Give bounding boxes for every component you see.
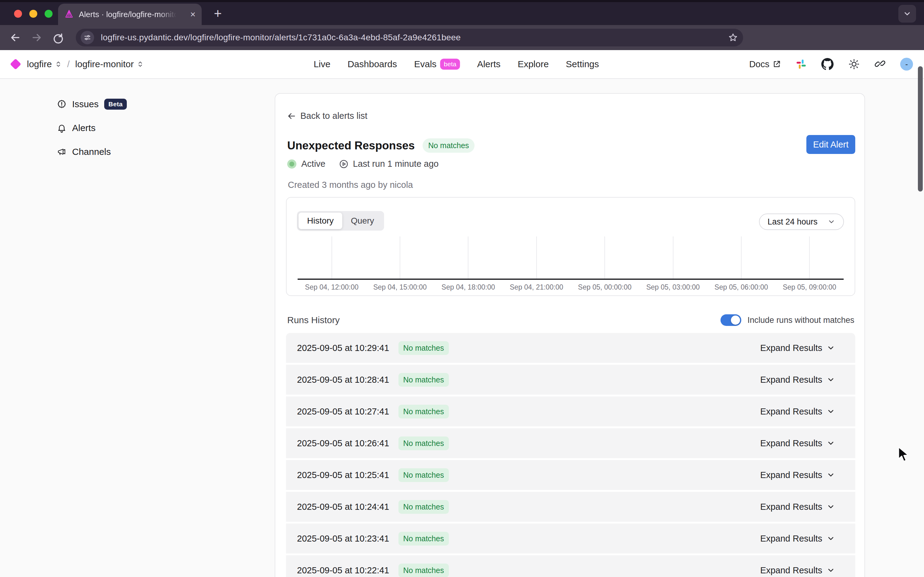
tab-history[interactable]: History [298, 213, 342, 229]
run-row[interactable]: 2025-09-05 at 10:28:41 No matches Expand… [286, 365, 855, 395]
chart-gridline [468, 237, 468, 279]
user-avatar[interactable]: - [900, 58, 913, 71]
nav-evals[interactable]: Evals beta [414, 59, 460, 69]
tab-title: Alerts · logfire/logfire-monitor [79, 10, 177, 19]
external-link-icon [772, 60, 781, 68]
sidebar-item-alerts[interactable]: Alerts [57, 121, 127, 135]
run-row[interactable]: 2025-09-05 at 10:27:41 No matches Expand… [286, 396, 855, 426]
run-row[interactable]: 2025-09-05 at 10:22:41 No matches Expand… [286, 555, 855, 577]
chart-column [639, 237, 707, 279]
chevron-down-icon [827, 343, 835, 352]
nav-settings[interactable]: Settings [566, 59, 599, 69]
nav-dashboards[interactable]: Dashboards [347, 59, 397, 69]
chart-column [707, 237, 775, 279]
megaphone-icon [57, 147, 67, 157]
chart-column [502, 237, 571, 279]
page-content: Issues Beta Alerts Channels Back to aler… [0, 79, 924, 577]
last-run: Last run 1 minute ago [339, 159, 439, 169]
run-row[interactable]: 2025-09-05 at 10:25:41 No matches Expand… [286, 460, 855, 490]
mouse-cursor [898, 446, 912, 463]
expand-results-button[interactable]: Expand Results [760, 406, 835, 417]
chart-column [571, 237, 639, 279]
chevron-down-icon [827, 376, 835, 384]
chart-gridline [605, 237, 605, 279]
chart-tick-label: Sep 05, 00:00:00 [571, 283, 639, 292]
tab-search-chevron-icon[interactable] [898, 5, 916, 23]
history-panel: History Query Last 24 hours [286, 197, 855, 296]
share-link-icon[interactable] [874, 59, 885, 69]
include-runs-toggle[interactable] [721, 314, 741, 326]
docs-link[interactable]: Docs [749, 59, 781, 69]
theme-sun-icon[interactable] [848, 58, 860, 70]
slack-icon[interactable] [796, 59, 807, 69]
runs-list: 2025-09-05 at 10:29:41 No matches Expand… [286, 333, 855, 577]
expand-results-button[interactable]: Expand Results [760, 502, 835, 512]
expand-results-button[interactable]: Expand Results [760, 343, 835, 353]
chevron-down-icon [827, 503, 835, 511]
chevron-down-icon [827, 534, 835, 543]
github-icon[interactable] [821, 58, 834, 70]
no-matches-badge: No matches [422, 139, 474, 153]
nav-alerts[interactable]: Alerts [477, 59, 500, 69]
chart-column [298, 237, 366, 279]
chart-gridline [536, 237, 537, 279]
logfire-logo-icon [10, 59, 21, 70]
page-scrollbar-thumb[interactable] [918, 66, 923, 192]
no-matches-badge: No matches [398, 564, 449, 577]
expand-results-button[interactable]: Expand Results [760, 470, 835, 480]
new-tab-button[interactable]: + [214, 7, 222, 20]
expand-results-button[interactable]: Expand Results [760, 566, 835, 575]
tab-close-icon[interactable]: × [190, 10, 195, 19]
nav-explore[interactable]: Explore [518, 59, 549, 69]
run-row[interactable]: 2025-09-05 at 10:29:41 No matches Expand… [286, 333, 855, 363]
reload-icon[interactable] [52, 31, 64, 44]
site-settings-icon[interactable] [81, 31, 94, 44]
bell-icon [57, 123, 67, 133]
run-row[interactable]: 2025-09-05 at 10:26:41 No matches Expand… [286, 428, 855, 458]
favicon-logfire-icon [64, 10, 74, 19]
tab-query[interactable]: Query [342, 213, 382, 229]
play-circle-icon [339, 159, 348, 169]
browser-tab[interactable]: Alerts · logfire/logfire-monitor × [58, 4, 202, 25]
expand-results-button[interactable]: Expand Results [760, 438, 835, 448]
org-selector[interactable]: logfire [27, 59, 62, 69]
chevron-down-icon [827, 566, 835, 575]
expand-results-button[interactable]: Expand Results [760, 375, 835, 385]
back-to-alerts-link[interactable]: Back to alerts list [287, 111, 367, 121]
alert-name: Unexpected Responses [287, 139, 414, 152]
history-chart [298, 237, 843, 279]
edit-alert-button[interactable]: Edit Alert [806, 135, 855, 154]
time-range-select[interactable]: Last 24 hours [759, 213, 844, 230]
project-selector[interactable]: logfire-monitor [75, 59, 144, 69]
zoom-window-button[interactable] [45, 10, 53, 18]
minimize-window-button[interactable] [29, 10, 37, 18]
url-bar[interactable]: logfire-us.pydantic.dev/logfire/logfire-… [76, 29, 743, 47]
chart-gridline [332, 237, 332, 279]
toggle-knob [731, 316, 740, 325]
status-label: Active [301, 159, 326, 169]
chevron-down-icon [827, 471, 835, 479]
sidebar-item-issues[interactable]: Issues Beta [57, 97, 127, 111]
close-window-button[interactable] [14, 10, 22, 18]
chart-tick-label: Sep 05, 09:00:00 [776, 283, 843, 292]
arrow-left-icon [287, 111, 296, 121]
nav-live[interactable]: Live [313, 59, 330, 69]
bookmark-star-icon[interactable] [728, 32, 738, 43]
run-row[interactable]: 2025-09-05 at 10:24:41 No matches Expand… [286, 492, 855, 522]
run-timestamp: 2025-09-05 at 10:23:41 [297, 533, 389, 544]
alert-status-row: Active Last run 1 minute ago [287, 159, 439, 169]
back-icon[interactable] [9, 31, 21, 44]
sidebar-item-channels[interactable]: Channels [57, 145, 127, 159]
window-controls[interactable] [14, 10, 53, 18]
expand-results-button[interactable]: Expand Results [760, 533, 835, 544]
run-timestamp: 2025-09-05 at 10:22:41 [297, 566, 389, 575]
chart-x-axis [298, 279, 843, 280]
created-by-text: Created 3 months ago by nicola [288, 180, 413, 190]
run-row[interactable]: 2025-09-05 at 10:23:41 No matches Expand… [286, 524, 855, 553]
alert-title-row: Unexpected Responses No matches [287, 139, 474, 153]
url-text: logfire-us.pydantic.dev/logfire/logfire-… [101, 33, 461, 42]
chevron-down-icon [827, 407, 835, 416]
runs-history-title: Runs History [287, 315, 340, 325]
updown-chevron-icon [137, 61, 144, 68]
forward-icon[interactable] [31, 31, 43, 44]
